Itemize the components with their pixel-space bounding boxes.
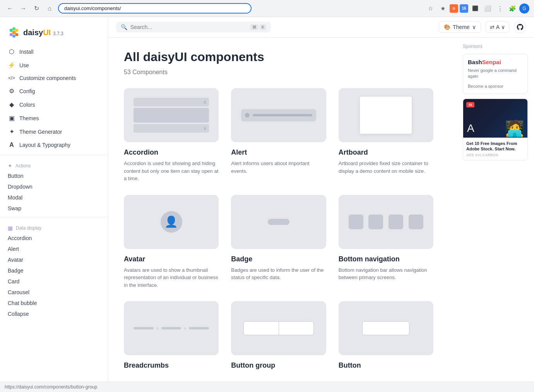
layout-icon: A xyxy=(8,141,15,148)
sidebar-item-modal[interactable]: Modal xyxy=(0,192,108,203)
sidebar-section-data-display: ▦ Data display xyxy=(0,220,108,233)
sidebar-item-carousel[interactable]: Carousel xyxy=(0,287,108,298)
back-button[interactable]: ← xyxy=(5,3,15,14)
ad-image: St A 🧑‍💻 xyxy=(463,99,527,138)
card-bottom-nav[interactable]: Bottom navigation Bottom navigation bar … xyxy=(339,195,433,289)
sidebar-item-config[interactable]: ⚙ Config xyxy=(0,84,108,98)
github-button[interactable] xyxy=(514,21,526,33)
sidebar-label-themes: Themes xyxy=(19,115,39,121)
sidebar-label-layout: Layout & Typography xyxy=(19,142,70,148)
button-preview-illustration xyxy=(362,321,409,335)
colors-icon: ◆ xyxy=(8,101,15,108)
card-avatar[interactable]: 👤 Avatar Avatars are used to show a thum… xyxy=(124,195,219,289)
language-button[interactable]: ⇄ A ∨ xyxy=(486,21,509,33)
main-area: 🔍 ⌘ K 🎨 Theme ∨ ⇄ A xyxy=(108,17,534,382)
sidebar-item-swap[interactable]: Swap xyxy=(0,203,108,214)
bnav-item-1 xyxy=(349,215,363,229)
sponsor-bash-senpai-logo: BashSenpai xyxy=(468,59,523,65)
sidebar-item-customize[interactable]: </> Customize components xyxy=(0,72,108,84)
logo-text: daisyUI 3.7.3 xyxy=(23,28,63,37)
card-button[interactable]: Button xyxy=(339,301,433,373)
extension-1: 16 xyxy=(460,4,468,13)
search-icon: 🔍 xyxy=(121,24,127,30)
card-preview-avatar: 👤 xyxy=(124,195,219,249)
sidebar-label-config: Config xyxy=(19,88,35,94)
actions-label: Actions xyxy=(15,163,31,169)
sidebar-item-alert[interactable]: Alert xyxy=(0,244,108,254)
sidebar-label-theme-gen: Theme Generator xyxy=(19,129,62,135)
cast-button[interactable]: ⬜ xyxy=(482,3,493,14)
svg-point-1 xyxy=(12,27,15,30)
sidebar-item-use[interactable]: ⚡ Use xyxy=(0,58,108,72)
address-bar[interactable]: daisyui.com/components/ xyxy=(58,3,252,14)
extensions-button[interactable]: ⬛ xyxy=(470,3,481,14)
sidebar-item-badge[interactable]: Badge xyxy=(0,265,108,276)
bc-item-1 xyxy=(134,327,154,329)
svg-point-0 xyxy=(12,31,16,34)
ad-tag: ADS VIA CARBON xyxy=(466,153,524,157)
sponsor-bash-senpai-desc: Never google a command again xyxy=(468,68,523,80)
senpai-text: Senpai xyxy=(482,59,501,65)
search-input[interactable] xyxy=(130,24,247,30)
card-breadcrumbs[interactable]: › › Breadcrumbs xyxy=(124,301,219,373)
sidebar-item-avatar[interactable]: Avatar xyxy=(0,254,108,265)
component-name-alert: Alert xyxy=(231,148,326,157)
alert-dot xyxy=(245,113,250,118)
card-button-group[interactable]: Button group xyxy=(231,301,326,373)
use-icon: ⚡ xyxy=(8,61,15,69)
sidebar-nav: ⬡ Install ⚡ Use </> Customize components… xyxy=(0,45,108,152)
sponsor-bash-senpai[interactable]: BashSenpai Never google a command again … xyxy=(463,54,528,94)
sidebar-divider-1 xyxy=(0,155,108,155)
daisy-logo-icon xyxy=(8,26,20,39)
component-desc-artboard: Artboard provides fixed size container t… xyxy=(339,160,433,175)
accordion-preview-illustration: ∧ ∨ xyxy=(134,98,209,133)
sidebar-item-layout[interactable]: A Layout & Typography xyxy=(0,138,108,152)
main-content: All daisyUI components 53 Components ∧ ∨ xyxy=(108,37,457,382)
profile-avatar[interactable]: G xyxy=(519,3,529,14)
card-alert[interactable]: Alert Alert informs users about importan… xyxy=(231,88,326,182)
svg-point-6 xyxy=(10,29,13,32)
search-shortcut: ⌘ K xyxy=(250,24,266,30)
theme-button[interactable]: 🎨 Theme ∨ xyxy=(439,21,481,33)
search-bar[interactable]: 🔍 ⌘ K xyxy=(116,22,271,32)
component-name-avatar: Avatar xyxy=(124,255,219,263)
bnav-item-4 xyxy=(409,215,423,229)
menu-button[interactable]: ⋮ xyxy=(495,3,505,14)
component-grid: ∧ ∨ Accordion Accordion is used for show… xyxy=(124,88,433,373)
card-preview-accordion: ∧ ∨ xyxy=(124,88,219,142)
become-sponsor-link[interactable]: Become a sponsor xyxy=(468,84,503,89)
bookmark-button[interactable]: ☆ xyxy=(425,3,436,14)
sidebar-item-card[interactable]: Card xyxy=(0,276,108,287)
sidebar-item-dropdown[interactable]: Dropdown xyxy=(0,181,108,192)
sidebar-item-theme-generator[interactable]: ✦ Theme Generator xyxy=(0,125,108,138)
sidebar-item-collapse[interactable]: Collapse xyxy=(0,308,108,319)
sidebar-item-accordion[interactable]: Accordion xyxy=(0,233,108,244)
kbd-k: K xyxy=(260,24,266,30)
reload-button[interactable]: ↻ xyxy=(31,3,42,14)
data-display-icon: ▦ xyxy=(8,225,13,231)
sidebar-item-chat-bubble[interactable]: Chat bubble xyxy=(0,298,108,308)
card-accordion[interactable]: ∧ ∨ Accordion Accordion is used for show… xyxy=(124,88,219,182)
sidebar-item-install[interactable]: ⬡ Install xyxy=(0,45,108,58)
svg-point-2 xyxy=(15,29,18,32)
sidebar-label-colors: Colors xyxy=(19,102,35,108)
adobe-stock-ad[interactable]: St A 🧑‍💻 Get 10 Free Images From Adobe S… xyxy=(463,99,528,161)
sidebar-item-themes[interactable]: ▣ Themes xyxy=(0,111,108,125)
github-icon xyxy=(516,23,524,31)
puzzle-button[interactable]: 🧩 xyxy=(507,3,518,14)
forward-button[interactable]: → xyxy=(18,3,29,14)
button-group-preview-illustration xyxy=(243,321,314,335)
card-artboard[interactable]: Artboard Artboard provides fixed size co… xyxy=(339,88,433,182)
star-button[interactable]: ★ xyxy=(437,3,448,14)
acc-row-1: ∧ xyxy=(134,98,209,106)
card-badge[interactable]: Badge Badges are used to inform the user… xyxy=(231,195,326,289)
svg-point-3 xyxy=(15,33,18,36)
sidebar-item-button[interactable]: Button xyxy=(0,170,108,181)
home-button[interactable]: ⌂ xyxy=(44,3,55,14)
sidebar-item-colors[interactable]: ◆ Colors xyxy=(0,98,108,111)
sidebar: daisyUI 3.7.3 ⬡ Install ⚡ Use </> Custom… xyxy=(0,17,108,382)
browser-actions: ☆ ★ D 16 ⬛ ⬜ ⋮ 🧩 G xyxy=(425,3,529,14)
component-name-artboard: Artboard xyxy=(339,148,433,157)
badge-preview-illustration xyxy=(268,219,289,225)
address-text: daisyui.com/components/ xyxy=(64,5,121,11)
